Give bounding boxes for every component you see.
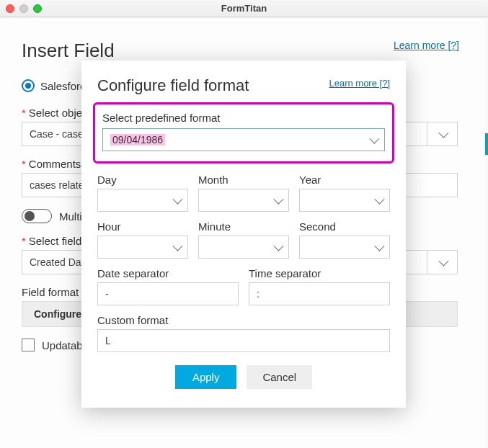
day-label: Day [97, 174, 188, 186]
chevron-down-icon [273, 241, 283, 251]
updatable-checkbox[interactable] [22, 339, 35, 351]
window-title: FormTitan [0, 3, 488, 14]
chevron-down-icon [369, 134, 379, 144]
chevron-down-icon [273, 194, 283, 205]
apply-button[interactable]: Apply [175, 365, 237, 389]
time-separator-input[interactable] [249, 282, 390, 305]
accent-strip [485, 133, 488, 155]
chevron-down-icon [374, 241, 384, 251]
hour-dropdown[interactable] [97, 236, 188, 259]
predefined-format-value: 09/04/1986 [110, 134, 165, 145]
salesforce-radio[interactable] [22, 79, 35, 92]
learn-more-link[interactable]: Learn more [?] [394, 40, 459, 51]
multi-toggle[interactable] [22, 209, 52, 223]
predefined-format-highlight: Select predefined format 09/04/1986 [93, 102, 394, 163]
minute-label: Minute [198, 220, 289, 233]
minute-dropdown[interactable] [198, 236, 289, 259]
modal-learn-more-link[interactable]: Learn more [?] [329, 78, 390, 89]
select-object-value: Case - cases [30, 128, 89, 140]
day-dropdown[interactable] [97, 189, 188, 212]
chevron-down-icon [374, 194, 384, 205]
date-separator-label: Date separator [97, 267, 239, 279]
month-label: Month [198, 174, 289, 186]
second-dropdown[interactable] [299, 236, 390, 259]
predefined-format-label: Select predefined format [102, 112, 385, 124]
multi-label: Multi [59, 210, 82, 223]
comments-label-text: Comments [29, 158, 81, 170]
titlebar: FormTitan [0, 0, 488, 17]
custom-format-input[interactable] [97, 329, 390, 352]
select-field-value: Created Date [30, 256, 89, 268]
month-dropdown[interactable] [198, 189, 289, 212]
select-object-arrow[interactable] [427, 122, 457, 145]
select-field-label-text: Select field [29, 235, 81, 247]
chevron-down-icon [172, 194, 182, 205]
second-label: Second [299, 220, 390, 233]
chevron-down-icon [172, 241, 182, 251]
date-separator-input[interactable] [97, 282, 239, 305]
hour-label: Hour [97, 220, 188, 233]
configure-format-modal: Configure field format Learn more [?] Se… [81, 61, 406, 408]
cancel-button[interactable]: Cancel [247, 365, 312, 389]
year-dropdown[interactable] [299, 189, 390, 212]
time-separator-label: Time separator [249, 267, 390, 279]
chevron-down-icon [438, 256, 448, 266]
custom-format-label: Custom format [97, 314, 390, 326]
comments-value: cases related [30, 179, 89, 191]
chevron-down-icon [438, 128, 448, 138]
select-field-arrow[interactable] [427, 251, 457, 274]
year-label: Year [299, 174, 390, 186]
predefined-format-dropdown[interactable]: 09/04/1986 [102, 128, 385, 151]
